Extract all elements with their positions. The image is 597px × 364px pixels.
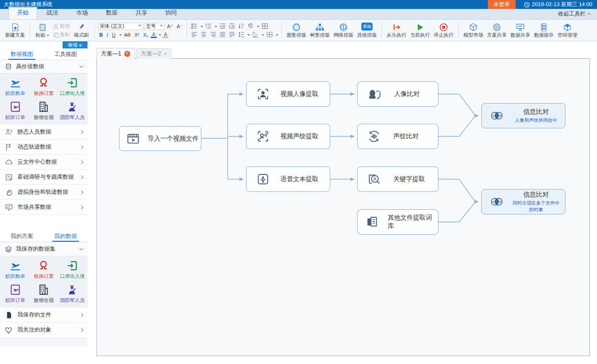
indent-decrease-button[interactable] (218, 23, 227, 30)
section-high-value-data[interactable]: 高价值数据 (0, 60, 88, 73)
align-center-button[interactable] (199, 31, 208, 38)
dropdown-caret (276, 34, 279, 37)
model-market-button[interactable]: 模型市场 (462, 21, 485, 40)
justify-button[interactable] (218, 31, 227, 38)
sort-button[interactable] (237, 23, 246, 30)
network-layout-button[interactable]: 网络排版 (332, 21, 355, 40)
close-tab-icon[interactable]: × (124, 51, 130, 57)
underline-button[interactable]: U (111, 32, 117, 39)
indent-increase-button[interactable] (228, 23, 236, 30)
ribbon-tab-tactics[interactable]: 战法 (38, 7, 67, 19)
align-right-button[interactable] (209, 31, 217, 38)
close-tab-icon[interactable]: × (164, 51, 167, 56)
cut-button[interactable]: 剪切 (52, 23, 71, 30)
dataset-flight-order[interactable]: 航班订单 (1, 284, 30, 304)
flow-node-speech-text-extract[interactable]: 语音文本提取 (246, 166, 330, 192)
flow-node-video-voiceprint-extract[interactable]: 视频声纹提取 (246, 124, 330, 149)
shrink-font-button[interactable]: A⁻ (175, 23, 184, 30)
tree-layout-button[interactable]: 树形排版 (308, 21, 332, 40)
highlight-button[interactable]: A (162, 32, 168, 38)
run-current-button[interactable]: 当前执行 (408, 21, 432, 40)
paste-button[interactable]: 粘贴 (33, 21, 52, 40)
section-saved-datasets[interactable]: 我保存的数据集 (0, 242, 88, 256)
circle-layout-button[interactable]: 圆形排版 (285, 21, 308, 40)
font-size-select[interactable]: 五号 (144, 23, 165, 30)
doc-tab-plan-2[interactable]: 方案—2 × (136, 48, 172, 59)
strikethrough-button[interactable]: AB (123, 32, 132, 39)
flow-node-keyword-extract[interactable]: A 关键字提取 (357, 166, 438, 192)
ribbon-tab-share[interactable]: 共享 (127, 7, 156, 19)
other-layout-button[interactable]: 其他 其他排版 (355, 21, 379, 40)
align-left-button[interactable] (190, 31, 199, 38)
italic-button[interactable]: I (105, 32, 110, 39)
category-market-shared[interactable]: 市场共享数据 (0, 200, 88, 215)
ribbon-tab-data[interactable]: 数据 (97, 7, 126, 19)
dataset-border-entry-exit[interactable]: 口岸出入境 (58, 260, 87, 280)
ribbon-tab-home[interactable]: 开始 (8, 7, 37, 19)
distribute-button[interactable] (228, 31, 236, 38)
dataset-rail-ticket[interactable]: 铁路订票 (30, 77, 58, 97)
ribbon-tab-collab[interactable]: 协同 (157, 7, 185, 19)
tab-data-view[interactable]: 数据视图 (0, 49, 44, 60)
grow-font-button[interactable]: A⁺ (166, 23, 175, 30)
dataset-hotel-stay[interactable]: 旅馆住宿 (30, 284, 58, 304)
data-share-button[interactable]: 数据共享 (509, 21, 532, 40)
node-label: 关键字提取 (393, 175, 425, 183)
superscript-button[interactable]: X² (133, 32, 141, 39)
sidebar-collapse-button[interactable]: 收缩 « (63, 41, 88, 48)
category-virtual-identity[interactable]: 虚拟身份和轨迹数据 (0, 185, 88, 200)
font-color-button[interactable]: A (151, 32, 157, 38)
dataset-hotel-stay[interactable]: 旅馆住宿 (30, 101, 58, 121)
new-plan-button[interactable]: 新建方案 (3, 21, 27, 40)
subscript-button[interactable]: X₂ (142, 32, 150, 39)
bullet-list-button[interactable] (190, 23, 199, 30)
run-from-start-button[interactable]: 从头执行 (385, 21, 408, 40)
copy-button[interactable]: 复制 (52, 31, 71, 38)
category-dynamic-trajectory[interactable]: 动态轨迹数据 (0, 140, 88, 155)
space-mgmt-button[interactable]: 空间管理 (556, 21, 579, 40)
border-gate-icon (66, 260, 79, 272)
doc-tab-plan-1[interactable]: 方案—1 × (96, 48, 135, 59)
login-status-badge[interactable]: 未登录 (488, 0, 516, 9)
paragraph-mark-button[interactable] (247, 23, 255, 30)
dataset-flight-manifest[interactable]: 航班舱单 (1, 260, 30, 280)
bold-button[interactable]: B (98, 32, 104, 39)
borders-button[interactable] (265, 31, 274, 38)
flow-node-voiceprint-compare[interactable]: 声纹比对 (357, 124, 438, 149)
dataset-border-entry-exit[interactable]: 口岸出入境 (58, 77, 87, 97)
survey-doc-icon (5, 173, 13, 182)
format-painter-button[interactable]: 格式刷 (71, 21, 92, 40)
flow-node-import-video[interactable]: 导入一个视频文件 (119, 126, 201, 151)
dataset-military-personnel[interactable]: 国防军人员 (58, 284, 87, 304)
flow-node-info-compare-1[interactable]: A B 信息比对 人像和声纹共同命中 (481, 103, 565, 128)
plan-share-button[interactable]: 方案共享 (485, 21, 509, 40)
tab-my-data[interactable]: 我的数据 (44, 231, 88, 242)
dataset-rail-ticket[interactable]: 铁路订票 (30, 260, 58, 280)
data-retention-button[interactable]: 数据留存 (532, 21, 556, 40)
my-item-label: 我保存的文件 (17, 311, 76, 319)
ribbon-tab-market[interactable]: 市场 (68, 7, 96, 19)
numbered-list-button[interactable] (204, 23, 213, 30)
flow-node-info-compare-2[interactable]: A B 信息比对 同时出现在多个文件中的对象 (481, 189, 565, 214)
flow-node-video-face-extract[interactable]: 视频人像提取 (246, 81, 330, 107)
dataset-flight-manifest[interactable]: 航班舱单 (1, 77, 30, 97)
shading-button[interactable] (251, 31, 260, 38)
flow-canvas[interactable]: 导入一个视频文件 视频人像提取 视频声纹提取 (96, 58, 590, 356)
tab-my-plans[interactable]: 我的方案 (0, 231, 44, 242)
hotel-building-icon (37, 284, 50, 296)
category-research-thematic[interactable]: 基础调研与专题库数据 (0, 170, 88, 185)
my-followed-objects[interactable]: 我关注的对象 (0, 323, 88, 338)
dataset-flight-order[interactable]: 航班订单 (1, 101, 30, 121)
tab-tool-view[interactable]: 工具视图 (44, 49, 88, 60)
stop-button[interactable]: 停止执行 (432, 21, 455, 40)
font-family-select[interactable]: 宋体 (正文) (98, 23, 143, 30)
category-cloud-file-center[interactable]: 云文件中心数据 (0, 155, 88, 170)
flow-node-face-compare[interactable]: 人像比对 (357, 81, 438, 107)
collapse-toolbar-button[interactable]: 收起工具栏 (558, 10, 591, 19)
table-button[interactable] (261, 23, 269, 30)
category-static-personnel[interactable]: 静态人员数据 (0, 125, 88, 140)
my-saved-files[interactable]: 我保存的文件 (0, 308, 88, 323)
flow-node-other-file-lexicon[interactable]: 其他文件提取词库 (357, 209, 438, 235)
line-spacing-button[interactable] (237, 31, 246, 38)
dataset-military-personnel[interactable]: 国防军人员 (58, 101, 87, 121)
